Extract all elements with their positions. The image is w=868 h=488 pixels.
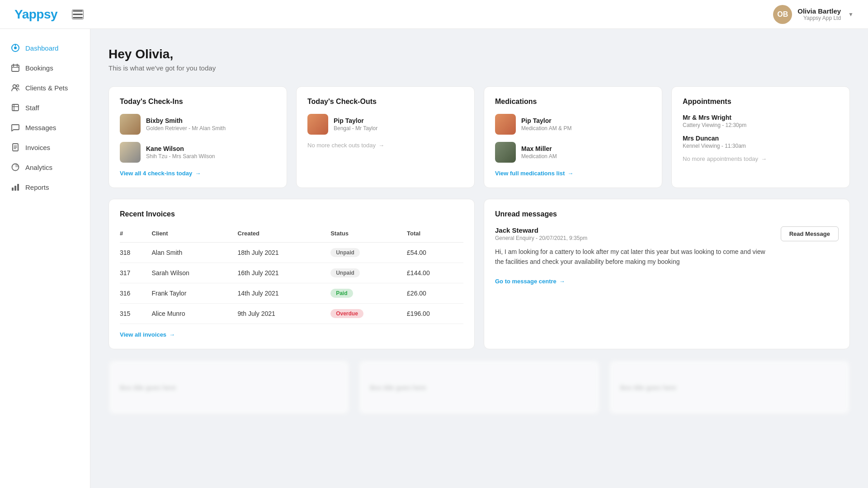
medication-pet-desc-1: Medication AM & PM — [521, 125, 571, 131]
invoice-cell-created: 16th July 2021 — [238, 263, 331, 283]
sidebar-label-staff: Staff — [25, 104, 39, 112]
bottom-card-1-label: Box title goes here — [120, 384, 176, 391]
svg-point-4 — [14, 47, 17, 49]
medication-pet-desc-2: Medication AM — [521, 153, 557, 160]
svg-point-11 — [17, 85, 19, 87]
invoices-card-title: Recent Invoices — [120, 210, 463, 218]
checkin-pet-name-2: Kane Wilson — [146, 145, 215, 152]
checkouts-card: Today's Check-Outs Pip Taylor Bengal - M… — [296, 86, 475, 188]
appointment-1: Mr & Mrs Wright Cattery Viewing - 12:30p… — [683, 114, 839, 128]
messages-card: Unread messages Jack Steward General Enq… — [484, 199, 850, 349]
no-more-checkouts: No more check outs today → — [307, 142, 463, 149]
svg-rect-6 — [12, 65, 19, 71]
invoice-col-total: Total — [407, 226, 463, 243]
checkin-pet-info-2: Kane Wilson Shih Tzu - Mrs Sarah Wilson — [146, 145, 215, 160]
checkin-pet-avatar-1 — [120, 114, 141, 135]
header: Yappsy OB Olivia Bartley Yappsy App Ltd … — [0, 0, 868, 29]
message-row: Jack Steward General Enquiry - 20/07/202… — [495, 226, 839, 267]
staff-icon — [11, 103, 20, 112]
invoice-cell-status: Paid — [330, 283, 407, 304]
status-badge: Unpaid — [330, 268, 360, 277]
reports-icon — [11, 183, 20, 192]
medication-pet-2: Max Miller Medication AM — [495, 142, 651, 163]
message-sender: Jack Steward — [495, 226, 774, 234]
invoice-cell-total: £196.00 — [407, 304, 463, 324]
svg-rect-12 — [12, 104, 19, 111]
status-badge: Overdue — [330, 309, 363, 318]
sidebar-item-analytics[interactable]: Analytics — [0, 157, 90, 177]
checkin-pet-avatar-2 — [120, 142, 141, 163]
checkin-pet-desc-1: Golden Retriever - Mr Alan Smith — [146, 125, 226, 131]
svg-rect-22 — [17, 184, 19, 191]
sidebar-label-invoices: Invoices — [25, 144, 50, 151]
medication-pet-1: Pip Taylor Medication AM & PM — [495, 114, 651, 135]
invoice-cell-client: Sarah Wilson — [152, 263, 238, 283]
invoices-card: Recent Invoices # Client Created Status … — [108, 199, 475, 349]
checkout-pet-desc-1: Bengal - Mr Taylor — [334, 125, 377, 131]
medication-pet-name-1: Pip Taylor — [521, 117, 571, 124]
user-profile-menu[interactable]: OB Olivia Bartley Yappsy App Ltd ▼ — [773, 5, 854, 24]
main-content: Hey Olivia, This is what we've got for y… — [90, 29, 868, 488]
medication-pet-name-2: Max Miller — [521, 145, 557, 152]
checkin-pet-1: Bixby Smith Golden Retriever - Mr Alan S… — [120, 114, 276, 135]
sidebar-item-bookings[interactable]: Bookings — [0, 58, 90, 78]
invoice-cell-client: Frank Taylor — [152, 283, 238, 304]
sidebar-item-invoices[interactable]: Invoices — [0, 137, 90, 157]
read-message-button[interactable]: Read Message — [781, 226, 839, 241]
invoices-icon — [11, 143, 20, 152]
user-info: Olivia Bartley Yappsy App Ltd — [797, 7, 841, 21]
sidebar-label-clients-pets: Clients & Pets — [25, 84, 68, 92]
sidebar-label-dashboard: Dashboard — [25, 44, 58, 52]
go-to-message-centre-link[interactable]: Go to message centre → — [495, 278, 839, 285]
view-all-invoices-link[interactable]: View all invoices → — [120, 331, 463, 338]
svg-rect-20 — [12, 188, 14, 191]
sidebar-item-staff[interactable]: Staff — [0, 98, 90, 117]
checkin-pet-2: Kane Wilson Shih Tzu - Mrs Sarah Wilson — [120, 142, 276, 163]
page-greeting: Hey Olivia, — [108, 47, 850, 61]
bottom-card-2-label: Box title goes here — [370, 384, 426, 391]
invoice-table: # Client Created Status Total 318 Alan S… — [120, 226, 463, 324]
view-medications-link[interactable]: View full medications list → — [495, 170, 651, 177]
bottom-card-3: Box title goes here — [609, 360, 850, 414]
svg-rect-2 — [73, 17, 83, 19]
invoice-cell-client: Alice Munro — [152, 304, 238, 324]
checkin-pet-name-1: Bixby Smith — [146, 117, 226, 124]
clients-icon — [11, 83, 20, 92]
sidebar-item-dashboard[interactable]: Dashboard — [0, 38, 90, 58]
checkout-pet-1: Pip Taylor Bengal - Mr Taylor — [307, 114, 463, 135]
user-company: Yappsy App Ltd — [797, 15, 841, 21]
appointment-name-1: Mr & Mrs Wright — [683, 114, 839, 121]
checkins-card: Today's Check-Ins Bixby Smith Golden Ret… — [108, 86, 287, 188]
invoice-cell-number: 315 — [120, 304, 152, 324]
checkouts-card-title: Today's Check-Outs — [307, 98, 463, 106]
message-meta: General Enquiry - 20/07/2021, 9:35pm — [495, 235, 774, 241]
invoice-cell-client: Alan Smith — [152, 243, 238, 263]
status-badge: Paid — [330, 289, 353, 298]
sidebar: Dashboard Bookings — [0, 29, 90, 488]
checkout-pet-avatar-1 — [307, 114, 328, 135]
invoice-cell-created: 9th July 2021 — [238, 304, 331, 324]
status-badge: Unpaid — [330, 248, 360, 257]
invoice-col-client: Client — [152, 226, 238, 243]
appointments-card-title: Appointments — [683, 98, 839, 106]
invoice-cell-total: £26.00 — [407, 283, 463, 304]
message-content: Jack Steward General Enquiry - 20/07/202… — [495, 226, 774, 267]
sidebar-item-reports[interactable]: Reports — [0, 177, 90, 197]
invoice-cell-created: 14th July 2021 — [238, 283, 331, 304]
appointments-card: Appointments Mr & Mrs Wright Cattery Vie… — [671, 86, 850, 188]
checkin-pet-info-1: Bixby Smith Golden Retriever - Mr Alan S… — [146, 117, 226, 131]
bottom-card-3-label: Box title goes here — [620, 384, 676, 391]
sidebar-item-clients-pets[interactable]: Clients & Pets — [0, 78, 90, 98]
hamburger-menu[interactable] — [72, 9, 84, 19]
medication-pet-info-2: Max Miller Medication AM — [521, 145, 557, 160]
dashboard-icon — [11, 43, 20, 52]
sidebar-item-messages[interactable]: Messages — [0, 117, 90, 137]
view-checkins-link[interactable]: View all 4 check-ins today → — [120, 170, 276, 177]
no-more-appointments: No more appointments today → — [683, 155, 839, 162]
medication-pet-info-1: Pip Taylor Medication AM & PM — [521, 117, 571, 131]
message-body: Hi, I am looking for a cattery to look a… — [495, 247, 774, 267]
avatar: OB — [773, 5, 792, 24]
invoice-col-created: Created — [238, 226, 331, 243]
medications-card-title: Medications — [495, 98, 651, 106]
invoice-cell-number: 316 — [120, 283, 152, 304]
